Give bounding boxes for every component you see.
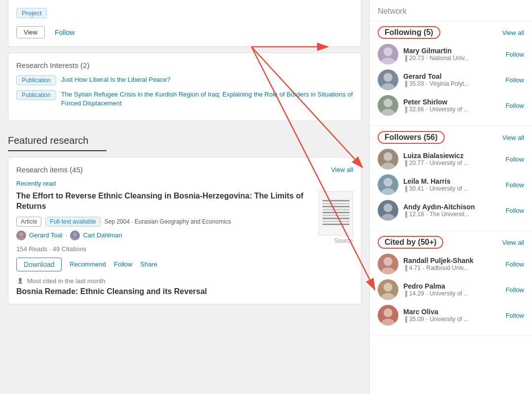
most-cited-row: Most cited in the last month [16, 277, 353, 285]
publication-row-2: Publication The Syrian Refugee Crisis in… [16, 90, 353, 108]
score-icon: ▐ [403, 265, 407, 271]
share-button[interactable]: Share [141, 261, 158, 268]
svg-point-0 [19, 232, 23, 236]
score-icon: ▐ [403, 55, 407, 61]
author-avatar-1 [16, 230, 26, 240]
person-meta: ▐ 32.66 · University of ... [403, 106, 500, 113]
svg-rect-6 [18, 283, 22, 284]
svg-point-18 [381, 214, 395, 221]
person-dot: · [426, 316, 427, 323]
person-row: Leila M. Harris ▐ 30.41 · University of … [378, 174, 524, 195]
person-avatar [378, 279, 398, 300]
person-info: Peter Shirlow ▐ 32.66 · University of ..… [403, 98, 500, 113]
svg-point-16 [381, 188, 395, 195]
person-row: Andy Aydın-Aitchison ▐ 12.18 · The Unive… [378, 200, 524, 221]
person-meta: ▐ 4.71 · Radboud Univ... [403, 264, 500, 271]
cited-by-label: Cited by (50+) [378, 236, 443, 249]
trophy-icon [16, 277, 24, 285]
svg-rect-4 [19, 278, 22, 282]
person-meta: ▐ 35.09 · University of ... [403, 316, 500, 323]
cited-list: Randall Puljek-Shank ▐ 4.71 · Radboud Un… [378, 254, 524, 326]
svg-point-24 [381, 319, 395, 326]
cited-by-view-all[interactable]: View all [502, 239, 524, 246]
recently-read-label: Recently read [16, 180, 353, 187]
follow-person-button[interactable]: Follow [505, 102, 524, 109]
person-avatar [378, 69, 398, 90]
person-meta: ▐ 20.77 · University of ... [403, 160, 500, 166]
svg-point-14 [381, 163, 395, 169]
person-affiliation: The Universit... [429, 211, 469, 218]
recommend-button[interactable]: Recommend [70, 261, 106, 268]
svg-point-7 [384, 47, 392, 56]
follow-person-button[interactable]: Follow [505, 156, 524, 163]
author-name-2[interactable]: Carl Dahlman [83, 231, 122, 239]
person-score: 14.29 [409, 290, 424, 297]
person-info: Luiza Bialasiewicz ▐ 20.77 · University … [403, 152, 500, 167]
person-row: Luiza Bialasiewicz ▐ 20.77 · University … [378, 149, 524, 169]
person-row: Randall Puljek-Shank ▐ 4.71 · Radboud Un… [378, 254, 524, 274]
download-button[interactable]: Download [16, 258, 62, 271]
person-row: Peter Shirlow ▐ 32.66 · University of ..… [378, 95, 524, 116]
article-thumbnail [319, 191, 353, 235]
publication-link-2[interactable]: The Syrian Refugee Crisis in the Kurdish… [61, 90, 353, 108]
most-cited-label: Most cited in the last month [27, 277, 105, 285]
source-label: Source [334, 237, 353, 244]
publication-link-1[interactable]: Just How Liberal Is the Liberal Peace? [61, 75, 171, 84]
follow-person-button[interactable]: Follow [505, 312, 524, 319]
followers-view-all[interactable]: View all [502, 134, 524, 141]
person-score: 35.03 [409, 80, 424, 87]
author-name-1[interactable]: Gerard Toal [29, 231, 63, 239]
person-meta: ▐ 14.29 · University of ... [403, 290, 500, 297]
view-button[interactable]: View [16, 26, 45, 38]
score-icon: ▐ [403, 291, 407, 296]
article-title: The Effort to Reverse Ethnic Cleansing i… [16, 191, 313, 212]
person-affiliation: University of ... [429, 316, 468, 323]
followers-section: Followers (56) View all Luiza Bialasiewi… [370, 126, 532, 231]
featured-divider [8, 150, 106, 151]
person-info: Marc Oliva ▐ 35.09 · University of ... [403, 308, 500, 323]
person-name: Marc Oliva [403, 308, 500, 316]
person-meta: ▐ 20.73 · National Univ... [403, 55, 500, 62]
svg-point-22 [381, 293, 395, 300]
person-name: Luiza Bialasiewicz [403, 152, 500, 160]
publication-badge-2: Publication [16, 90, 56, 100]
network-title: Network [370, 0, 532, 21]
score-icon: ▐ [403, 106, 407, 112]
follow-button-article[interactable]: Follow [114, 261, 133, 268]
person-name: Andy Aydın-Aitchison [403, 203, 500, 211]
person-dot: · [426, 290, 427, 297]
person-avatar [378, 305, 398, 326]
follow-button-top[interactable]: Follow [55, 29, 74, 36]
followers-label: Followers (56) [378, 131, 445, 144]
view-all-link[interactable]: View all [331, 166, 353, 173]
person-affiliation: University of ... [429, 106, 468, 113]
svg-point-19 [384, 257, 392, 266]
svg-point-21 [384, 283, 392, 292]
person-row: Gerard Toal ▐ 35.03 · Virginia Polyt... … [378, 69, 524, 90]
follow-person-button[interactable]: Follow [505, 261, 524, 268]
person-score: 30.41 [409, 185, 424, 192]
following-view-all[interactable]: View all [502, 29, 524, 36]
follow-person-button[interactable]: Follow [505, 286, 524, 294]
svg-point-17 [384, 203, 392, 212]
svg-point-11 [384, 98, 392, 107]
follow-person-button[interactable]: Follow [505, 51, 524, 58]
person-info: Andy Aydın-Aitchison ▐ 12.18 · The Unive… [403, 203, 500, 218]
person-dot: · [426, 211, 427, 218]
person-info: Randall Puljek-Shank ▐ 4.71 · Radboud Un… [403, 257, 500, 272]
followers-list: Luiza Bialasiewicz ▐ 20.77 · University … [378, 149, 524, 221]
person-dot: · [426, 185, 427, 192]
person-score: 20.73 [409, 55, 424, 62]
score-icon: ▐ [403, 316, 407, 322]
follow-person-button[interactable]: Follow [505, 207, 524, 214]
svg-point-10 [381, 83, 395, 90]
follow-person-button[interactable]: Follow [505, 181, 524, 189]
person-name: Mary Gilmartin [403, 47, 500, 55]
author-separator: · [66, 231, 68, 239]
follow-person-button[interactable]: Follow [505, 76, 524, 84]
svg-point-2 [73, 232, 77, 236]
date-journal: Sep 2004 · Eurasian Geography and Econom… [105, 218, 231, 225]
badge-fulltext: Full-text available [45, 217, 100, 227]
person-score: 35.09 [409, 316, 424, 323]
score-icon: ▐ [403, 81, 407, 87]
